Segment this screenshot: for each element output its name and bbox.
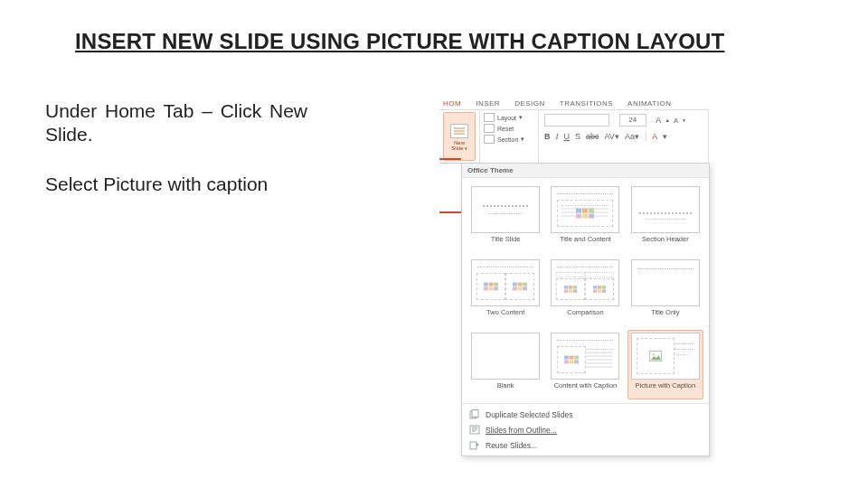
slides-group: New Slide: [439, 110, 480, 163]
layout-caption: Picture with Caption: [630, 382, 701, 397]
bold-button[interactable]: B: [544, 132, 551, 141]
new-slide-button[interactable]: New Slide: [443, 112, 476, 161]
reset-label: Reset: [497, 126, 514, 132]
menu-label: Slides from Outline...: [486, 426, 557, 435]
strike-button[interactable]: abc: [586, 132, 599, 141]
svg-rect-3: [472, 410, 478, 418]
font-color-button[interactable]: A: [652, 132, 657, 141]
layout-thumb: [631, 259, 700, 306]
layout-thumb: [551, 333, 619, 380]
layout-caption: Section Header: [630, 236, 701, 250]
italic-button[interactable]: I: [556, 132, 559, 141]
svg-point-1: [652, 353, 655, 356]
layout-caption: Title Slide: [470, 236, 541, 250]
spacing-button[interactable]: AV▾: [605, 132, 619, 141]
layout-title-slide[interactable]: Title Slide: [467, 183, 543, 253]
reuse-slides-item[interactable]: Reuse Slides...: [462, 437, 709, 453]
layout-title-and-content[interactable]: Title and Content: [547, 183, 623, 253]
gallery-menu: Duplicate Selected Slides Slides from Ou…: [462, 403, 709, 455]
new-slide-icon: [450, 124, 468, 138]
tab-animations[interactable]: ANIMATION: [626, 98, 673, 109]
powerpoint-screenshot: HOM INSER DESIGN TRANSITIONS ANIMATION N…: [439, 98, 709, 456]
reuse-icon: [469, 440, 480, 450]
tab-insert[interactable]: INSER: [474, 98, 502, 109]
duplicate-slides-item[interactable]: Duplicate Selected Slides: [462, 407, 709, 422]
layout-caption: Two Content: [470, 309, 541, 324]
layout-icon: [484, 113, 495, 122]
layout-thumb: [471, 259, 540, 306]
layout-caption: Title and Content: [550, 236, 620, 250]
page-title: INSERT NEW SLIDE USING PICTURE WITH CAPT…: [75, 29, 724, 54]
tab-transitions[interactable]: TRANSITIONS: [558, 98, 615, 109]
instruction-2: Select Picture with caption: [45, 173, 307, 196]
tab-home[interactable]: HOM: [441, 98, 463, 109]
underline-button[interactable]: U: [564, 132, 571, 141]
layout-caption: Blank: [470, 382, 541, 397]
layout-button[interactable]: Layout ▾: [484, 113, 534, 122]
svg-rect-8: [470, 442, 476, 449]
font-size-combo[interactable]: 24: [619, 114, 646, 127]
shadow-button[interactable]: S: [575, 132, 580, 141]
layout-thumb: [631, 186, 700, 233]
slide-thumbnail-highlight: [439, 158, 461, 160]
menu-label: Duplicate Selected Slides: [486, 410, 572, 419]
layout-two-content[interactable]: Two Content: [467, 257, 543, 326]
slides-options-group: Layout ▾ Reset Section ▾: [480, 110, 539, 163]
layout-thumb: [631, 333, 700, 380]
reset-button[interactable]: Reset: [484, 124, 534, 133]
slides-from-outline-item[interactable]: Slides from Outline...: [462, 422, 709, 437]
layout-thumb: [471, 333, 540, 380]
duplicate-icon: [469, 409, 480, 419]
shrink-font-button[interactable]: A: [674, 117, 678, 124]
new-slide-label-bottom: Slide: [451, 145, 463, 151]
layout-content-with-caption[interactable]: Content with Caption: [547, 330, 623, 399]
ribbon: New Slide Layout ▾ Reset Section ▾ - 24 …: [439, 110, 709, 164]
layout-thumb: [551, 186, 619, 233]
instruction-block: Under Home Tab – Click New Slide. Select…: [45, 99, 307, 221]
layout-caption: Title Only: [630, 309, 701, 324]
instruction-1: Under Home Tab – Click New Slide.: [45, 99, 307, 147]
menu-label: Reuse Slides...: [486, 441, 537, 450]
layout-caption: Content with Caption: [550, 382, 620, 397]
grow-font-button[interactable]: A: [656, 116, 661, 125]
picture-placeholder-icon: [637, 338, 675, 374]
reset-icon: [484, 124, 495, 133]
layout-blank[interactable]: Blank: [467, 330, 543, 399]
slide-thumbnail-highlight-2: [439, 211, 461, 213]
layout-thumb: [471, 186, 540, 233]
section-icon: [484, 135, 495, 144]
outline-icon: [469, 425, 480, 435]
gallery-theme-label: Office Theme: [462, 164, 709, 178]
font-family-combo[interactable]: [544, 114, 609, 127]
chevron-down-icon: [464, 145, 467, 151]
layout-comparison[interactable]: Comparison: [547, 257, 623, 326]
case-button[interactable]: Aa▾: [625, 132, 639, 141]
section-button[interactable]: Section ▾: [484, 135, 534, 144]
layout-label: Layout: [497, 115, 516, 121]
layout-thumb: [551, 259, 619, 306]
layout-caption: Comparison: [550, 309, 620, 324]
tab-design[interactable]: DESIGN: [513, 98, 547, 109]
layout-gallery-dropdown: Office Theme Title Slide Title and Conte…: [461, 163, 710, 456]
ribbon-tabs: HOM INSER DESIGN TRANSITIONS ANIMATION: [439, 98, 709, 110]
layout-picture-with-caption[interactable]: Picture with Caption: [627, 330, 703, 399]
font-group: - 24 - A▲ A▼ B I U S abc AV▾ Aa▾ | A ▾: [539, 110, 709, 163]
section-label: Section: [497, 136, 518, 143]
layout-title-only[interactable]: Title Only: [627, 257, 703, 326]
layout-section-header[interactable]: Section Header: [627, 183, 703, 253]
